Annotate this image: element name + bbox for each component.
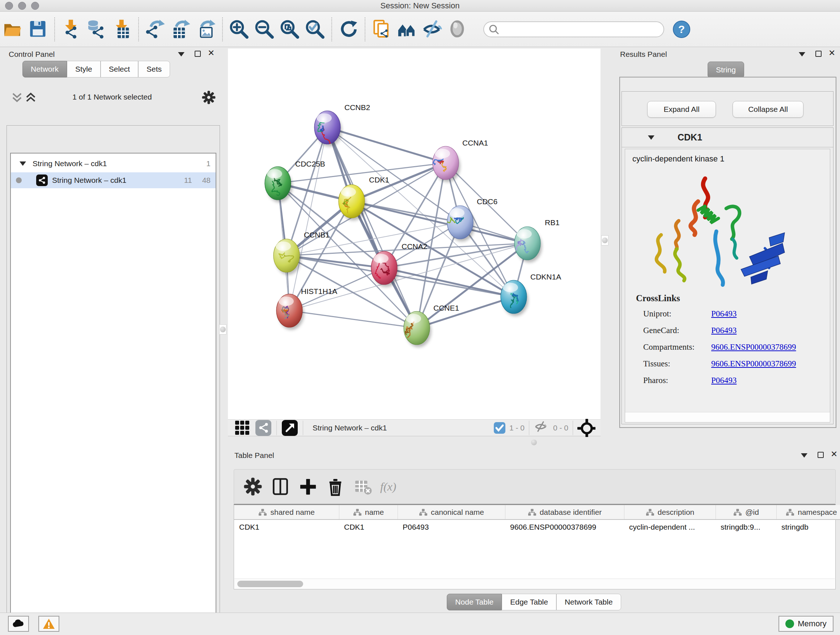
table-scrollbar[interactable] — [234, 578, 835, 589]
open-file-icon[interactable] — [2, 19, 23, 40]
table-scrollbar-thumb[interactable] — [237, 581, 303, 587]
network-node-ccnb2[interactable]: CCNB2 — [314, 103, 370, 147]
left-splitter-handle[interactable] — [219, 325, 226, 334]
network-node-cdkn1a[interactable]: CDKN1A — [501, 272, 561, 316]
selected-checkbox-icon[interactable] — [493, 422, 506, 434]
string-network-icon[interactable] — [255, 419, 272, 437]
expand-all-button[interactable]: Expand All — [647, 101, 716, 118]
column-header-shared-name[interactable]: shared name — [234, 505, 339, 519]
hidden-eye-icon[interactable] — [534, 421, 549, 435]
cdk1-entry-header[interactable]: CDK1 — [622, 128, 833, 147]
hide-graphics-details-icon[interactable] — [422, 19, 443, 40]
help-button[interactable]: ? — [673, 21, 690, 38]
column-header-canonical-name[interactable]: canonical name — [398, 505, 505, 519]
results-scrollbar[interactable] — [625, 412, 830, 422]
panel-close-icon[interactable]: ✕ — [829, 50, 835, 56]
network-row[interactable]: String Network – cdk1 11 48 — [11, 172, 216, 188]
crosslink-value-link[interactable]: P06493 — [711, 376, 737, 385]
tab-edge-table[interactable]: Edge Table — [502, 594, 556, 610]
column-header-namespace[interactable]: namespace — [776, 505, 840, 519]
gear-icon[interactable] — [201, 90, 216, 105]
collapse-all-button[interactable]: Collapse All — [733, 101, 804, 118]
export-image-icon[interactable] — [195, 19, 216, 40]
gear-icon[interactable] — [243, 477, 263, 497]
tab-network-table[interactable]: Network Table — [556, 594, 621, 610]
search-input[interactable] — [499, 25, 655, 34]
table-cell[interactable]: 9606.ENSP00000378699 — [505, 519, 624, 534]
table-cell[interactable]: cyclin-dependent ... — [624, 519, 715, 534]
panel-float-icon[interactable] — [815, 51, 821, 57]
search-field[interactable] — [483, 21, 664, 37]
import-database-icon[interactable] — [86, 19, 107, 40]
birdseye-view-icon[interactable] — [396, 19, 417, 40]
window-minimize-button[interactable] — [18, 2, 26, 10]
network-edge[interactable] — [286, 256, 384, 268]
network-graph[interactable]: CCNB2CCNA1CDC25BCDK1CDC6RB1CCNB1CCNA2CDK… — [228, 49, 600, 419]
network-edge[interactable] — [289, 310, 417, 328]
tab-string[interactable]: String — [707, 62, 744, 78]
panel-collapse-icon[interactable] — [799, 52, 805, 57]
tab-sets[interactable]: Sets — [138, 61, 170, 78]
save-session-icon[interactable] — [27, 19, 49, 40]
open-in-window-icon[interactable] — [281, 419, 298, 437]
network-edge[interactable] — [327, 127, 417, 328]
network-node-hist1h1a[interactable]: HIST1H1A — [276, 287, 337, 330]
network-canvas[interactable]: CCNB2CCNA1CDC25BCDK1CDC6RB1CCNB1CCNA2CDK… — [228, 49, 600, 419]
cloud-button[interactable] — [8, 616, 29, 632]
expand-all-chevron-icon[interactable] — [25, 92, 37, 103]
table-cell[interactable]: stringdb — [776, 519, 840, 534]
panel-float-icon[interactable] — [818, 452, 824, 458]
right-splitter-handle[interactable] — [601, 235, 608, 245]
export-table-icon[interactable] — [170, 19, 191, 40]
network-collection-row[interactable]: String Network – cdk1 1 — [11, 156, 216, 172]
panel-float-icon[interactable] — [195, 51, 201, 57]
network-node-ccna1[interactable]: CCNA1 — [433, 139, 488, 182]
panel-close-icon[interactable]: ✕ — [208, 50, 215, 56]
table-cell[interactable]: stringdb:9... — [715, 519, 776, 534]
column-header-name[interactable]: name — [339, 505, 398, 519]
crosslink-value-link[interactable]: 9606.ENSP00000378699 — [711, 359, 796, 369]
collection-expand-icon[interactable] — [19, 162, 26, 166]
warnings-button[interactable] — [38, 616, 59, 632]
zoom-selected-icon[interactable] — [305, 19, 325, 40]
horizontal-splitter-handle[interactable] — [529, 438, 539, 447]
table-cell[interactable]: CDK1 — [234, 519, 339, 534]
window-zoom-button[interactable] — [31, 2, 39, 10]
table-row[interactable]: CDK1CDK1P064939606.ENSP00000378699cyclin… — [234, 519, 840, 534]
collapse-all-chevron-icon[interactable] — [11, 92, 23, 103]
network-node-rb1[interactable]: RB1 — [515, 218, 560, 263]
crosslink-value-link[interactable]: 9606.ENSP00000378699 — [711, 342, 796, 352]
clipboard-network-icon[interactable] — [371, 19, 392, 40]
panel-close-icon[interactable]: ✕ — [831, 451, 837, 457]
column-header-database-identifier[interactable]: database identifier — [505, 505, 624, 519]
birdseye-toggle-icon[interactable] — [234, 419, 251, 437]
zoom-out-icon[interactable] — [254, 19, 275, 40]
export-network-icon[interactable] — [145, 19, 166, 40]
crosslink-value-link[interactable]: P06493 — [711, 309, 737, 318]
column-header--id[interactable]: @id — [715, 505, 776, 519]
tab-network[interactable]: Network — [22, 61, 67, 78]
table-cell[interactable]: P06493 — [398, 519, 505, 534]
show-graphics-details-icon[interactable] — [447, 19, 468, 40]
tab-node-table[interactable]: Node Table — [447, 594, 502, 610]
window-close-button[interactable] — [5, 2, 13, 10]
table-cell[interactable]: CDK1 — [339, 519, 398, 534]
entry-expand-icon[interactable] — [648, 135, 654, 140]
delete-column-icon[interactable] — [325, 477, 346, 497]
tab-select[interactable]: Select — [101, 61, 138, 78]
network-edge[interactable] — [327, 127, 446, 163]
import-network-icon[interactable] — [61, 19, 82, 40]
add-column-icon[interactable] — [298, 477, 318, 497]
refresh-icon[interactable] — [338, 19, 359, 40]
panel-collapse-icon[interactable] — [801, 453, 807, 458]
import-table-icon[interactable] — [111, 19, 133, 40]
memory-button[interactable]: Memory — [778, 616, 834, 632]
network-node-ccne1[interactable]: CCNE1 — [404, 304, 459, 347]
zoom-in-icon[interactable] — [229, 19, 249, 40]
network-edge[interactable] — [384, 268, 514, 297]
crosslink-value-link[interactable]: P06493 — [711, 326, 737, 335]
fit-content-icon[interactable] — [577, 419, 595, 437]
show-columns-icon[interactable] — [270, 477, 291, 497]
tab-style[interactable]: Style — [67, 61, 101, 78]
zoom-fit-icon[interactable] — [279, 19, 300, 40]
